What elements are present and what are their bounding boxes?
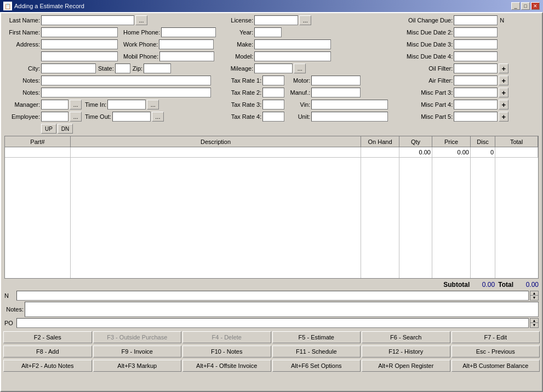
mobil-phone-input[interactable] [159, 51, 214, 61]
altf4-button[interactable]: Alt+F4 - Offsite Invoice [182, 360, 271, 372]
state-input[interactable] [115, 64, 130, 73]
tax-rate3-input[interactable] [262, 100, 284, 109]
notes2-row: Notes: [4, 88, 216, 97]
employee-dots-button[interactable]: ... [70, 112, 82, 122]
oil-filter-input[interactable] [454, 64, 498, 73]
form-area: Last Name: ... First Name: Home Phone: A… [1, 13, 542, 136]
po-input[interactable] [16, 318, 529, 328]
maximize-button[interactable]: □ [521, 2, 530, 10]
misc-part5-label: Misc Part 5: [392, 113, 453, 120]
tax-rate4-input[interactable] [262, 112, 284, 122]
oil-filter-plus-button[interactable]: + [499, 64, 508, 73]
time-out-dots-button[interactable]: ... [152, 112, 164, 122]
air-filter-input[interactable] [454, 76, 498, 85]
altf3-button[interactable]: Alt+F3 Markup [93, 360, 182, 372]
oil-change-n: N [500, 17, 504, 24]
oil-filter-row: Oil Filter: + [392, 64, 539, 73]
home-phone-input[interactable] [161, 27, 216, 37]
misc-due4-label: Misc Due Date 4: [392, 53, 453, 60]
f11-button[interactable]: F11 - Schedule [272, 345, 361, 358]
misc-part4-input[interactable] [454, 100, 498, 109]
altr-button[interactable]: Alt+R Open Register [362, 360, 450, 372]
po-row: PO ▲ ▼ [4, 318, 539, 328]
misc-part5-input[interactable] [454, 112, 498, 122]
title-bar: 📋 Adding a Estimate Record _ □ ✕ [0, 0, 543, 12]
taxrate2-row: Tax Rate 2: Manuf.: [220, 88, 388, 97]
manager-input[interactable] [41, 100, 68, 109]
notes2-input[interactable] [41, 88, 211, 97]
make-input[interactable] [254, 39, 331, 49]
n-scrollbar[interactable]: ▲ ▼ [530, 291, 539, 301]
employee-input[interactable] [41, 112, 68, 122]
misc-part3-input[interactable] [454, 88, 498, 97]
n-row: N ▲ ▼ [4, 291, 539, 301]
f5-button[interactable]: F5 - Estimate [272, 331, 361, 343]
tax-rate3-label: Tax Rate 3: [220, 101, 261, 108]
city-label: City: [4, 65, 40, 72]
unit-input[interactable] [311, 112, 388, 122]
license-dots-button[interactable]: ... [299, 15, 311, 25]
first-name-input[interactable] [41, 27, 118, 37]
work-phone-input[interactable] [159, 39, 214, 49]
vin-label: Vin: [285, 101, 310, 108]
license-input[interactable] [254, 15, 298, 25]
f6-button[interactable]: F6 - Search [362, 331, 450, 343]
license-row: License: ... [220, 15, 388, 25]
f9-button[interactable]: F9 - Invoice [93, 345, 182, 358]
address2-input[interactable] [41, 51, 118, 61]
misc-due3-label: Misc Due Date 3: [392, 41, 453, 48]
f2-button[interactable]: F2 - Sales [3, 331, 92, 343]
f3-button[interactable]: F3 - Outside Purchase [93, 331, 182, 343]
bottom-notes-input[interactable] [25, 302, 539, 317]
manager-dots-button[interactable]: ... [70, 100, 82, 109]
subtotal-label: Subtotal [443, 281, 470, 289]
po-scrollbar[interactable]: ▲ ▼ [530, 318, 539, 328]
city-input[interactable] [41, 64, 96, 73]
misc-due4-input[interactable] [454, 51, 498, 61]
updn-row: UP DN [4, 124, 216, 134]
altf2-button[interactable]: Alt+F2 - Auto Notes [3, 360, 92, 372]
f12-button[interactable]: F12 - History [362, 345, 450, 358]
oil-change-label: Oil Change Due: [392, 17, 453, 24]
f8-button[interactable]: F8 - Add [3, 345, 92, 358]
n-input[interactable] [16, 291, 529, 301]
air-filter-plus-button[interactable]: + [499, 76, 508, 85]
zip-label: Zip: [133, 65, 142, 72]
vin-input[interactable] [311, 100, 388, 109]
misc-part4-plus-button[interactable]: + [499, 100, 508, 109]
esc-button[interactable]: Esc - Previous [451, 345, 540, 358]
misc-part3-plus-button[interactable]: + [499, 88, 508, 97]
time-in-input[interactable] [107, 100, 146, 109]
address-input[interactable] [41, 39, 118, 49]
dn-button[interactable]: DN [58, 124, 73, 134]
f10-button[interactable]: F10 - Notes [182, 345, 271, 358]
mileage-dots-button[interactable]: ... [294, 64, 306, 73]
altf6-button[interactable]: Alt+F6 Set Options [272, 360, 361, 372]
employee-row: Employee: ... Time Out: ... [4, 112, 216, 122]
oil-change-input[interactable] [454, 15, 498, 25]
model-input[interactable] [254, 51, 331, 61]
last-name-dots-button[interactable]: ... [135, 15, 147, 25]
misc-due3-input[interactable] [454, 39, 498, 49]
func-row-1: F2 - Sales F3 - Outside Purchase F4 - De… [1, 330, 542, 344]
time-in-dots-button[interactable]: ... [147, 100, 159, 109]
tax-rate1-input[interactable] [262, 76, 284, 85]
tax-rate2-input[interactable] [262, 88, 284, 97]
manuf-input[interactable] [311, 88, 361, 97]
zip-input[interactable] [144, 64, 171, 73]
misc-part5-plus-button[interactable]: + [499, 112, 508, 122]
f4-button[interactable]: F4 - Delete [182, 331, 271, 343]
year-input[interactable] [254, 27, 282, 37]
close-button[interactable]: ✕ [531, 2, 540, 10]
misc-due2-input[interactable] [454, 27, 498, 37]
minimize-button[interactable]: _ [511, 2, 520, 10]
altb-button[interactable]: Alt+B Customer Balance [451, 360, 540, 372]
notes1-input[interactable] [41, 76, 211, 85]
time-out-input[interactable] [112, 112, 151, 122]
f7-button[interactable]: F7 - Edit [451, 331, 540, 343]
motor-input[interactable] [311, 76, 361, 85]
mileage-input[interactable] [254, 64, 293, 73]
last-name-input[interactable] [41, 15, 134, 25]
up-button[interactable]: UP [41, 124, 56, 134]
year-label: Year: [220, 29, 253, 36]
